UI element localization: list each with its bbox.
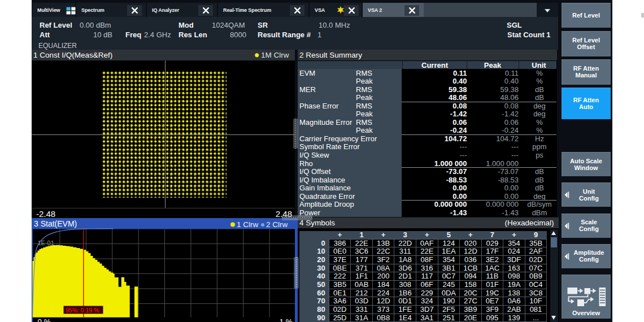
- svg-text:3 Stat(EVM): 3 Stat(EVM): [34, 219, 77, 228]
- svg-text:2 Clrw: 2 Clrw: [266, 220, 288, 229]
- svg-text:1E-01: 1E-01: [37, 240, 54, 246]
- svg-text:1 %: 1 %: [279, 317, 292, 322]
- svg-text:0 %: 0 %: [37, 317, 50, 322]
- svg-text:1 Clrw: 1 Clrw: [237, 220, 259, 229]
- svg-text:95%: 0.19 %: 95%: 0.19 %: [66, 307, 99, 314]
